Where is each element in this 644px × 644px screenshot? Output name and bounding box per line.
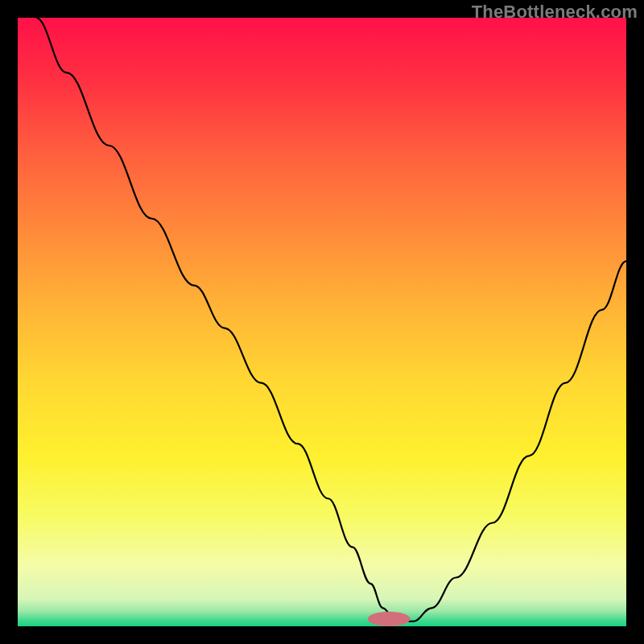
bottleneck-chart xyxy=(18,18,626,626)
optimum-marker xyxy=(368,612,411,626)
gradient-background xyxy=(18,18,626,626)
plot-area xyxy=(18,18,626,626)
chart-frame: TheBottleneck.com xyxy=(0,0,644,644)
